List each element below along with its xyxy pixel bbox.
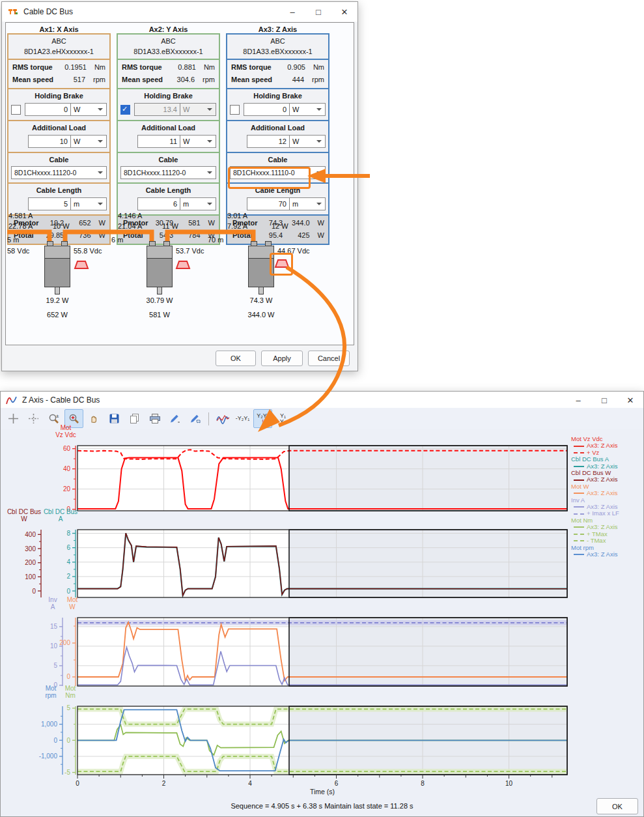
- load-label: 10 W: [53, 222, 70, 230]
- dc-bus-diagram: [2, 2, 357, 347]
- svg-text:100: 100: [25, 573, 36, 580]
- svg-text:Mot: Mot: [65, 685, 76, 692]
- svg-text:6: 6: [335, 780, 339, 787]
- svg-text:20: 20: [63, 485, 71, 493]
- motor-power-label: 74.3 W: [245, 296, 277, 304]
- motor-total-power-label: 652 W: [44, 311, 70, 319]
- bus-segment-2: [65, 232, 152, 243]
- chart-app-icon: [6, 395, 17, 405]
- svg-text:Vz Vdc: Vz Vdc: [55, 431, 76, 438]
- current2-label: 22.78 A: [8, 222, 33, 230]
- charts-canvas: 0204060MotVz Vdc0100200300400Cbl DC BusW…: [1, 424, 644, 801]
- svg-text:200: 200: [59, 639, 70, 646]
- svg-text:60: 60: [63, 445, 71, 452]
- svg-text:Inv: Inv: [48, 596, 57, 603]
- svg-text:Nm: Nm: [65, 692, 76, 699]
- svg-text:10: 10: [50, 642, 58, 650]
- svg-text:200: 200: [25, 559, 36, 566]
- legend-item: Ax3: Z Axis: [571, 442, 644, 449]
- svg-text:6: 6: [66, 544, 70, 551]
- motor-power-label: 30.79 W: [143, 296, 176, 304]
- svg-text:rpm: rpm: [45, 692, 56, 699]
- svg-text:0: 0: [66, 737, 70, 744]
- svg-text:400: 400: [25, 531, 36, 538]
- current1-label: 3.01 A: [227, 212, 247, 220]
- svg-text:0: 0: [53, 737, 57, 744]
- svg-text:0: 0: [66, 673, 70, 680]
- minimize-button[interactable]: –: [565, 392, 591, 408]
- toolbar-separator: [208, 412, 209, 425]
- chart-legend: Mot Vz VdcAx3: Z Axis+ VzCbl DC Bus AAx3…: [571, 436, 644, 558]
- svg-text:10: 10: [505, 780, 513, 787]
- supply-vdc-label: 58 Vdc: [7, 247, 29, 255]
- svg-text:0: 0: [32, 588, 36, 595]
- svg-text:-1,000: -1,000: [39, 752, 58, 760]
- motor-vdc-label: 53.7 Vdc: [176, 247, 204, 255]
- svg-text:2: 2: [66, 573, 70, 580]
- svg-text:40: 40: [63, 465, 71, 472]
- sequence-status: Sequence = 4.905 s + 6.38 s Maintain las…: [1, 802, 643, 810]
- length-label: 6 m: [111, 236, 123, 244]
- apply-button[interactable]: Apply: [261, 351, 303, 366]
- motor-total-power-label: 344.0 W: [243, 311, 279, 319]
- maximize-button[interactable]: □: [591, 392, 617, 408]
- ok-button[interactable]: OK: [216, 351, 256, 366]
- legend-item: Ax3: Z Axis: [571, 551, 644, 558]
- current2-label: 21.04 A: [118, 222, 142, 230]
- svg-text:W: W: [21, 515, 27, 523]
- svg-text:1,000: 1,000: [41, 721, 57, 728]
- svg-text:5: 5: [66, 704, 70, 711]
- svg-text:15: 15: [50, 623, 58, 630]
- svg-text:4: 4: [248, 780, 252, 787]
- svg-text:W: W: [69, 603, 76, 610]
- current1-label: 4.146 A: [118, 212, 142, 220]
- chart-window-titlebar[interactable]: Z Axis - Cable DC Bus – □ ✕: [1, 392, 643, 408]
- current2-label: 7.92 A: [227, 222, 247, 230]
- svg-text:5: 5: [53, 662, 57, 669]
- motor-power-label: 19.2 W: [44, 296, 70, 304]
- motor-vdc-label: 44.67 Vdc: [277, 247, 310, 255]
- motor-total-power-label: 581 W: [143, 311, 176, 319]
- length-label: 70 m: [208, 236, 223, 244]
- svg-text:Mot: Mot: [67, 596, 78, 603]
- cancel-button[interactable]: Cancel: [308, 351, 350, 366]
- load-label: 11 W: [162, 222, 178, 230]
- legend-item: + TMax: [571, 531, 644, 538]
- svg-text:2: 2: [162, 780, 166, 787]
- svg-text:0: 0: [76, 780, 79, 787]
- close-button[interactable]: ✕: [617, 392, 643, 408]
- svg-text:A: A: [51, 603, 55, 610]
- svg-text:±: ±: [56, 413, 59, 419]
- svg-text:8: 8: [66, 530, 70, 537]
- svg-text:-5: -5: [64, 769, 70, 776]
- brake-resistor-icon: [274, 258, 290, 268]
- svg-text:300: 300: [25, 545, 36, 552]
- svg-text:Mot: Mot: [46, 685, 57, 692]
- load-label: 12 W: [272, 222, 288, 230]
- chart-window: Z Axis - Cable DC Bus – □ ✕ ±-Y₂Y₁Y₂Y₁!Y…: [0, 391, 644, 817]
- chart-window-title: Z Axis - Cable DC Bus: [22, 395, 100, 405]
- legend-item: - TMax: [571, 538, 644, 544]
- length-label: 5 m: [7, 236, 19, 244]
- current1-label: 4.581 A: [8, 212, 33, 220]
- svg-text:A: A: [59, 515, 63, 523]
- svg-text:8: 8: [421, 780, 425, 787]
- chart-ok-button[interactable]: OK: [596, 798, 638, 814]
- cable-dc-bus-dialog: Cable DC Bus – □ ✕ Ax1: X Axis ABC 8D1A2…: [1, 1, 358, 371]
- svg-text:0: 0: [66, 588, 70, 595]
- svg-text:Time (s): Time (s): [310, 788, 335, 796]
- svg-text:Mot: Mot: [61, 424, 72, 431]
- brake-resistor-icon: [74, 259, 89, 270]
- svg-text:Cbl DC Bus: Cbl DC Bus: [44, 508, 77, 515]
- svg-text:4: 4: [66, 558, 70, 566]
- legend-item: Ax3: Z Axis: [571, 524, 644, 530]
- motor-vdc-label: 55.8 Vdc: [74, 247, 102, 255]
- svg-text:Cbl DC Bus: Cbl DC Bus: [7, 508, 41, 515]
- brake-resistor-icon: [175, 259, 191, 270]
